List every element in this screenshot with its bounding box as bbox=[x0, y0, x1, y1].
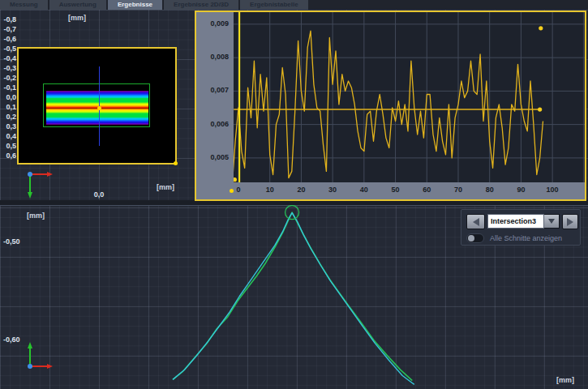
intensity-y-tick-label: 0,006 bbox=[200, 120, 229, 128]
intersection-controls: Alle Schnitte anzeigen bbox=[461, 209, 581, 246]
beam-display-area[interactable] bbox=[17, 47, 177, 165]
tab-ergebnisse[interactable]: Ergebnisse bbox=[108, 0, 162, 10]
profile-x-axis-unit-label: [mm] bbox=[556, 376, 574, 384]
profile-y-tick-label: -0,50 bbox=[3, 237, 26, 246]
beam-y-tick-label: 0,5 bbox=[2, 142, 16, 150]
beam-y-tick-label: 0,6 bbox=[2, 152, 16, 160]
beam-y-tick-label: -0,7 bbox=[2, 25, 16, 33]
intensity-x-tick-label: 80 bbox=[482, 186, 498, 194]
data-point-marker bbox=[539, 26, 543, 30]
toggle-knob bbox=[468, 235, 474, 242]
show-all-sections-toggle[interactable] bbox=[466, 233, 484, 243]
data-point-marker bbox=[234, 177, 237, 182]
beam-roi-rectangle bbox=[43, 83, 150, 127]
beam-y-tick-label: -0,1 bbox=[2, 83, 16, 92]
next-intersection-button[interactable] bbox=[562, 214, 578, 229]
arrow-left-icon bbox=[473, 218, 479, 226]
profile-y-axis-unit-label: [mm] bbox=[27, 212, 45, 220]
beam-center-marker bbox=[97, 106, 101, 110]
beam-y-axis-unit-label: [mm] bbox=[68, 14, 86, 22]
beam-y-tick-label: 0,4 bbox=[2, 132, 16, 140]
intensity-x-tick-label: 20 bbox=[293, 186, 309, 194]
beam-y-tick-label: 0,2 bbox=[2, 113, 16, 121]
beam-y-tick-label: -0,8 bbox=[2, 15, 16, 24]
intensity-y-axis-band: 0,0090,0080,0070,0060,005 bbox=[196, 12, 234, 182]
beam-y-tick-label: -0,5 bbox=[2, 45, 16, 53]
data-point-marker bbox=[538, 107, 542, 111]
intensity-x-tick-label: 70 bbox=[450, 186, 466, 194]
tab-messung[interactable]: Messung bbox=[0, 0, 48, 10]
intersection-input[interactable] bbox=[487, 214, 544, 229]
beam-y-tick-label: -0,4 bbox=[2, 54, 16, 62]
section-profile-cyan bbox=[173, 213, 414, 385]
coordinate-axes-indicator bbox=[26, 170, 54, 199]
intensity-chart-panel: 0,0090,0080,0070,0060,005 01020304050607… bbox=[195, 11, 586, 201]
beam-view-panel: [mm] -0,8-0,7-0,6-0,5-0,4-0,3-0,2-0,10,0… bbox=[0, 10, 195, 201]
application-window: Messung Auswertung Ergebnisse Ergebnisse… bbox=[0, 0, 588, 389]
intensity-x-tick-label: 30 bbox=[324, 186, 341, 194]
profile-chart-panel: [mm] -0,50-0,60 [mm] bbox=[0, 205, 588, 389]
beam-y-tick-label: 0,3 bbox=[2, 122, 16, 130]
beam-corner-marker bbox=[174, 161, 178, 165]
intersection-dropdown-button[interactable] bbox=[544, 214, 560, 229]
intensity-data-line bbox=[234, 31, 543, 182]
intensity-x-tick-label: 50 bbox=[388, 186, 404, 194]
intensity-chart bbox=[234, 12, 585, 182]
tab-ergebnistabelle[interactable]: Ergebnistabelle bbox=[240, 0, 308, 10]
intensity-x-tick-label: 60 bbox=[418, 186, 435, 194]
chevron-down-icon bbox=[548, 219, 555, 224]
intensity-x-tick-label: 40 bbox=[356, 186, 372, 194]
section-profile-green bbox=[173, 212, 412, 381]
intensity-y-tick-label: 0,008 bbox=[200, 53, 229, 61]
tab-ergebnisse-2d3d[interactable]: Ergebnisse 2D/3D bbox=[164, 0, 238, 10]
beam-y-tick-label: -0,3 bbox=[2, 64, 16, 72]
beam-x-tick-label: 0,0 bbox=[89, 190, 109, 199]
beam-y-tick-label: 0,1 bbox=[2, 103, 16, 111]
intensity-y-tick-label: 0,005 bbox=[200, 153, 229, 161]
intensity-plot-area[interactable] bbox=[234, 12, 585, 182]
tab-auswertung[interactable]: Auswertung bbox=[49, 0, 106, 10]
profile-y-tick-label: -0,60 bbox=[3, 336, 26, 344]
arrow-right-icon bbox=[567, 218, 573, 226]
intensity-x-tick-label: 10 bbox=[262, 186, 278, 194]
intensity-y-tick-label: 0,007 bbox=[200, 86, 229, 94]
intensity-x-axis-band: 0102030405060708090100 bbox=[196, 182, 585, 199]
show-all-sections-label: Alle Schnitte anzeigen bbox=[490, 234, 562, 242]
beam-y-tick-label: -0,2 bbox=[2, 74, 16, 82]
beam-x-axis-unit-label: [mm] bbox=[157, 183, 174, 191]
coordinate-axes-indicator bbox=[26, 341, 54, 370]
beam-y-tick-label: 0,0 bbox=[2, 93, 16, 101]
intensity-cursor-origin-marker bbox=[230, 189, 234, 193]
tab-bar: Messung Auswertung Ergebnisse Ergebnisse… bbox=[0, 0, 308, 10]
intensity-y-tick-label: 0,009 bbox=[200, 19, 229, 28]
intensity-x-tick-label: 100 bbox=[544, 186, 560, 194]
show-all-sections-row: Alle Schnitte anzeigen bbox=[466, 233, 562, 243]
intersection-combobox bbox=[487, 214, 560, 229]
beam-y-tick-label: -0,6 bbox=[2, 35, 16, 43]
previous-intersection-button[interactable] bbox=[466, 214, 485, 229]
intensity-x-tick-label: 90 bbox=[513, 186, 529, 194]
